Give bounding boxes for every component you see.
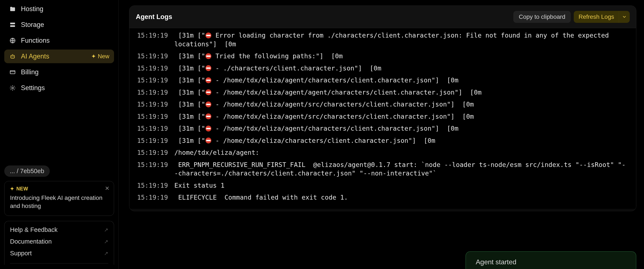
chevron-down-icon [622, 14, 627, 19]
sparkle-icon: ✦ [10, 186, 14, 192]
log-message-before: [31m [" [174, 100, 206, 108]
folder-icon [9, 5, 16, 12]
sidebar-nav: HostingStorageFunctionsAI Agents✦NewBill… [4, 2, 114, 95]
refresh-logs-button[interactable]: Refresh Logs [574, 11, 619, 23]
sidebar-footer: Help & Feedback↗Documentation↗Support↗ [4, 221, 114, 265]
log-message-after: - ./characters/client.character.json"] [… [212, 64, 381, 72]
sidebar-item-ai-agents[interactable]: AI Agents✦New [4, 50, 114, 63]
log-message: [31m [" - /home/tdx/eliza/agent/src/char… [174, 100, 474, 109]
sidebar-item-functions[interactable]: Functions [4, 34, 114, 48]
footer-link-docs[interactable]: Documentation↗ [10, 238, 108, 245]
robot-icon [9, 53, 16, 60]
sidebar-item-label: Hosting [21, 5, 43, 13]
no-entry-icon [205, 53, 212, 59]
panel-header: Agent Logs Copy to clipboard Refresh Log… [130, 6, 636, 28]
log-timestamp: 15:19:19 [137, 88, 168, 97]
log-message: [31m [" - ./characters/client.character.… [174, 64, 381, 73]
sidebar-item-settings[interactable]: Settings [4, 81, 114, 95]
log-message-before: ERR_PNPM_RECURSIVE_RUN_FIRST_FAIL @eliza… [174, 161, 626, 177]
log-row: 15:19:19 [31m [" Error loading character… [130, 30, 636, 50]
no-entry-icon [205, 101, 212, 108]
sparkle-icon: ✦ [91, 53, 96, 60]
refresh-logs-split-button: Refresh Logs [574, 11, 630, 23]
copy-to-clipboard-button[interactable]: Copy to clipboard [513, 11, 571, 23]
close-icon[interactable]: ✕ [105, 185, 110, 192]
sidebar-item-label: Billing [21, 68, 39, 76]
log-row: 15:19:19/home/tdx/eliza/agent: [130, 147, 636, 159]
log-row: 15:19:19 [31m [" - ./characters/client.c… [130, 62, 636, 74]
promo-badge-text: NEW [16, 186, 28, 192]
log-message: [31m [" Tried the following paths:"] [0m [174, 52, 343, 61]
log-message-before: [31m [" [174, 76, 206, 84]
no-entry-icon [205, 137, 212, 144]
log-message: [31m [" - /home/tdx/eliza/agent/characte… [174, 124, 458, 133]
log-timestamp: 15:19:19 [137, 52, 168, 61]
log-timestamp: 15:19:19 [137, 181, 168, 190]
sidebar-item-billing[interactable]: Billing [4, 65, 114, 79]
log-timestamp: 15:19:19 [137, 148, 168, 157]
log-timestamp: 15:19:19 [137, 124, 168, 133]
footer-link-help[interactable]: Help & Feedback↗ [10, 226, 108, 233]
log-message: ELIFECYCLE Command failed with exit code… [174, 193, 348, 202]
sidebar-item-label: AI Agents [21, 52, 49, 60]
log-message: [31m [" - /home/tdx/eliza/characters/cli… [174, 136, 436, 145]
no-entry-icon [205, 65, 212, 71]
log-message-before: Exit status 1 [174, 182, 225, 189]
log-message-before: [31m [" [174, 32, 206, 39]
panel-title: Agent Logs [136, 13, 172, 21]
refresh-logs-dropdown[interactable] [619, 11, 630, 23]
log-timestamp: 15:19:19 [137, 76, 168, 85]
log-message-before: /home/tdx/eliza/agent: [174, 149, 263, 156]
log-message-before: ELIFECYCLE Command failed with exit code… [174, 194, 348, 201]
log-body: 15:19:19 [31m [" Error loading character… [130, 28, 636, 209]
storage-icon [9, 21, 16, 28]
sidebar-item-label: Functions [21, 37, 50, 44]
log-timestamp: 15:19:19 [137, 64, 168, 73]
sidebar: HostingStorageFunctionsAI Agents✦NewBill… [0, 0, 118, 269]
agent-logs-panel: Agent Logs Copy to clipboard Refresh Log… [129, 6, 636, 211]
sidebar-item-hosting[interactable]: Hosting [4, 2, 114, 16]
badge-text: New [98, 53, 109, 60]
sidebar-item-label: Storage [21, 21, 44, 28]
log-row: 15:19:19Exit status 1 [130, 180, 636, 192]
log-message-before: [31m [" [174, 113, 206, 120]
log-row: 15:19:19 [31m [" - /home/tdx/eliza/agent… [130, 122, 636, 135]
no-entry-icon [205, 125, 212, 132]
agent-started-toast: Agent started [466, 251, 636, 269]
footer-link-label: Documentation [10, 238, 52, 245]
gear-icon [9, 84, 16, 92]
log-row: 15:19:19 ELIFECYCLE Command failed with … [130, 192, 636, 204]
sidebar-item-storage[interactable]: Storage [4, 18, 114, 32]
no-entry-icon [205, 113, 212, 120]
log-message-before: [31m [" [174, 125, 206, 132]
log-message-before: [31m [" [174, 64, 206, 72]
log-message: [31m [" Error loading character from ./c… [174, 31, 629, 48]
log-row: 15:19:19 [31m [" - /home/tdx/eliza/agent… [130, 86, 636, 99]
log-message-after: - /home/tdx/eliza/agent/characters/clien… [212, 76, 458, 84]
log-timestamp: 15:19:19 [137, 31, 168, 40]
promo-text: Introducing Fleek AI agent creation and … [10, 194, 108, 210]
log-message-after: - /home/tdx/eliza/agent/src/characters/c… [212, 113, 474, 120]
log-message: Exit status 1 [174, 181, 225, 190]
log-message: /home/tdx/eliza/agent: [174, 148, 263, 157]
log-row: 15:19:19 ERR_PNPM_RECURSIVE_RUN_FIRST_FA… [130, 159, 636, 180]
log-message: [31m [" - /home/tdx/eliza/agent/characte… [174, 76, 458, 85]
log-row: 15:19:19 [31m [" - /home/tdx/eliza/agent… [130, 110, 636, 123]
footer-link-support[interactable]: Support↗ [10, 250, 108, 257]
external-link-icon: ↗ [104, 227, 108, 233]
breadcrumb[interactable]: ... / 7eb50eb [4, 166, 50, 177]
log-message: ERR_PNPM_RECURSIVE_RUN_FIRST_FAIL @eliza… [174, 160, 629, 178]
log-message: [31m [" - /home/tdx/eliza/agent/src/char… [174, 112, 474, 121]
log-timestamp: 15:19:19 [137, 160, 168, 169]
globe-icon [9, 37, 16, 44]
log-message-after: Error loading character from ./character… [174, 32, 613, 48]
no-entry-icon [205, 89, 212, 96]
log-message-after: - /home/tdx/eliza/agent/agent/characters… [212, 88, 482, 96]
log-message-after: - /home/tdx/eliza/agent/src/characters/c… [212, 100, 474, 108]
log-message-before: [31m [" [174, 52, 206, 60]
log-timestamp: 15:19:19 [137, 193, 168, 202]
footer-link-label: Help & Feedback [10, 226, 58, 233]
no-entry-icon [205, 77, 212, 84]
external-link-icon: ↗ [104, 239, 108, 245]
external-link-icon: ↗ [104, 250, 108, 256]
